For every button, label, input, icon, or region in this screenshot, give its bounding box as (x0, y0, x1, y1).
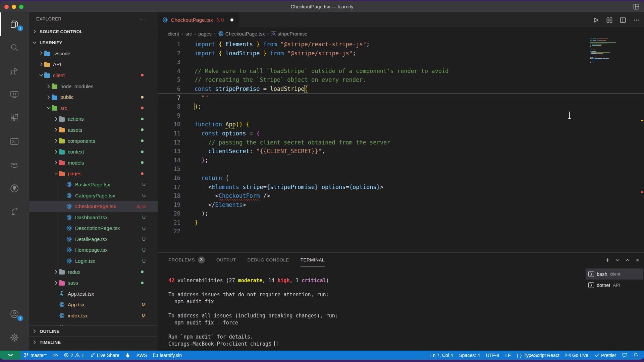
broadcast-icon (566, 353, 571, 358)
plus-icon[interactable]: + (605, 258, 609, 262)
tree-item-BasketPage.tsx[interactable]: BasketPage.tsxU (29, 179, 158, 190)
panel-tab-output[interactable]: OUTPUT (216, 253, 236, 267)
tree-item-.vscode[interactable]: .vscode (29, 48, 158, 59)
tree-item-label: components (68, 138, 95, 144)
activity-run-debug[interactable] (0, 59, 29, 83)
tree-item-redux[interactable]: redux (29, 266, 158, 278)
section-timeline[interactable]: TIMELINE (29, 337, 158, 348)
terminal-instance-dotnet[interactable]: ❯dotnetAPI (586, 280, 643, 291)
section-outline[interactable]: OUTLINE (29, 325, 158, 337)
activity-live-share[interactable] (0, 200, 29, 224)
activity-extensions[interactable] (0, 106, 29, 130)
react-icon (66, 182, 74, 187)
remote-indicator[interactable]: >< (0, 351, 21, 360)
status-problems[interactable]: 21 (61, 351, 87, 360)
chevron-down-icon[interactable] (615, 259, 620, 261)
tree-item-Dashboard.tsx[interactable]: Dashboard.tsxU (29, 212, 158, 223)
tree-item-App.test.tsx[interactable]: App.test.tsx (29, 288, 158, 299)
tree-item-models[interactable]: models (29, 157, 158, 168)
tree-item-Login.tsx[interactable]: Login.tsxU (29, 255, 158, 266)
breadcrumb: client›src›pages›CheckoutPage.tsx›⊘strip… (158, 27, 644, 40)
activity-github[interactable] (0, 177, 29, 200)
breadcrumb-item-src[interactable]: src (185, 31, 192, 37)
activity-search[interactable] (0, 36, 29, 59)
tree-item-App.tsx[interactable]: App.tsxM (29, 299, 158, 310)
tree-item-label: index.tsx (68, 313, 88, 318)
status-feedback[interactable] (619, 351, 630, 360)
breadcrumb-item-client[interactable]: client (168, 31, 179, 37)
tab-checkoutpage[interactable]: CheckoutPage.tsx 3, U (158, 12, 239, 27)
tree-item-CheckoutPage.tsx[interactable]: CheckoutPage.tsx3, U (29, 201, 158, 212)
tree-item-DescriptionPage.tsx[interactable]: DescriptionPage.tsxU (29, 223, 158, 234)
tree-item-src[interactable]: src (29, 103, 158, 114)
line-number: 13 (158, 147, 180, 156)
status-flame[interactable] (122, 351, 133, 360)
breadcrumb-item-stripePromise[interactable]: ⊘stripePromise (271, 31, 307, 37)
tree-item-Homepage.tsx[interactable]: Homepage.tsxU (29, 245, 158, 256)
tree-item-label: CheckoutPage.tsx (75, 203, 116, 209)
activity-explorer[interactable]: 1 (0, 12, 29, 36)
run-icon[interactable] (592, 16, 600, 24)
status-git-branch[interactable]: master* (21, 351, 50, 360)
status-prettier[interactable]: Prettier (591, 351, 619, 360)
breadcrumb-item-CheckoutPage.tsx[interactable]: CheckoutPage.tsx (218, 31, 265, 37)
split-diff-icon[interactable] (605, 16, 614, 24)
split-editor-icon[interactable] (619, 16, 627, 24)
activity-powershell[interactable] (0, 130, 29, 153)
ellipsis-icon[interactable]: ··· (140, 16, 146, 22)
close-icon[interactable]: × (636, 258, 639, 262)
tree-item-partial[interactable] (29, 321, 158, 325)
ellipsis-icon[interactable] (632, 16, 641, 24)
minimap[interactable] (590, 39, 642, 66)
panel-tab-debug-console[interactable]: DEBUG CONSOLE (248, 253, 289, 267)
tree-item-label: Login.tsx (75, 258, 95, 264)
tree-item-pages[interactable]: pages (29, 168, 158, 179)
git-status-dot-icon (141, 282, 144, 284)
status-sync[interactable] (50, 351, 61, 360)
status-solution[interactable]: learnify.sln (150, 351, 185, 360)
tree-item-public[interactable]: public (29, 92, 158, 103)
git-status-dot-icon (141, 172, 144, 175)
tree-item-API[interactable]: API (29, 59, 158, 70)
line-number: 12 (158, 138, 180, 147)
activity-accounts[interactable]: 1 (0, 302, 29, 326)
remote-icon (9, 89, 19, 100)
terminal-instance-bash[interactable]: ❯bashclient (586, 268, 643, 280)
dirty-indicator-icon[interactable] (230, 18, 233, 21)
code-line-21: 21} (158, 218, 644, 227)
tree-item-CategoryPage.tsx[interactable]: CategoryPage.tsxU (29, 190, 158, 201)
status-cursor-position[interactable]: Ln 7, Col 4 (427, 351, 456, 360)
tree-item-components[interactable]: components (29, 135, 158, 146)
tree-item-index.tsx[interactable]: index.tsxM (29, 310, 158, 321)
react-icon (66, 225, 74, 231)
status-language-mode[interactable]: { }TypeScript React (514, 351, 562, 360)
layout-grid-icon[interactable] (633, 4, 639, 10)
status-notifications[interactable] (630, 351, 641, 360)
code-area[interactable]: 1import { Elements } from "@stripe/react… (158, 40, 644, 252)
tree-item-client[interactable]: client (29, 70, 158, 81)
activity-aws[interactable]: aws (0, 153, 29, 177)
section-workspace[interactable]: LEARNIFY (29, 37, 158, 48)
chevron-up-icon[interactable] (626, 259, 630, 261)
panel-tab-problems[interactable]: PROBLEMS3 (168, 253, 205, 267)
status-live-share[interactable]: Live Share (87, 351, 122, 360)
tree-item-context[interactable]: context (29, 146, 158, 157)
chevron-right-icon (53, 281, 59, 285)
activity-settings[interactable] (0, 326, 29, 349)
status-indentation[interactable]: Spaces: 4 (456, 351, 483, 360)
status-aws[interactable]: AWS (133, 351, 150, 360)
tree-item-assets[interactable]: assets (29, 124, 158, 135)
tree-item-node_modules[interactable]: node_modules (29, 81, 158, 92)
editor-tab-bar: CheckoutPage.tsx 3, U (158, 12, 644, 27)
status-go-live[interactable]: Go Live (562, 351, 591, 360)
section-source-control[interactable]: SOURCE CONTROL (29, 26, 158, 37)
terminal-output[interactable]: 42 vulnerabilities (27 moderate, 14 high… (168, 277, 580, 348)
tree-item-sass[interactable]: sass (29, 277, 158, 288)
status-eol[interactable]: LF (502, 351, 514, 360)
status-encoding[interactable]: UTF-8 (483, 351, 502, 360)
breadcrumb-item-pages[interactable]: pages (198, 31, 212, 37)
panel-tab-terminal[interactable]: TERMINAL (301, 253, 325, 267)
tree-item-DetailPage.tsx[interactable]: DetailPage.tsxU (29, 234, 158, 245)
activity-remote-explorer[interactable] (0, 83, 29, 106)
tree-item-actions[interactable]: actions (29, 114, 158, 125)
